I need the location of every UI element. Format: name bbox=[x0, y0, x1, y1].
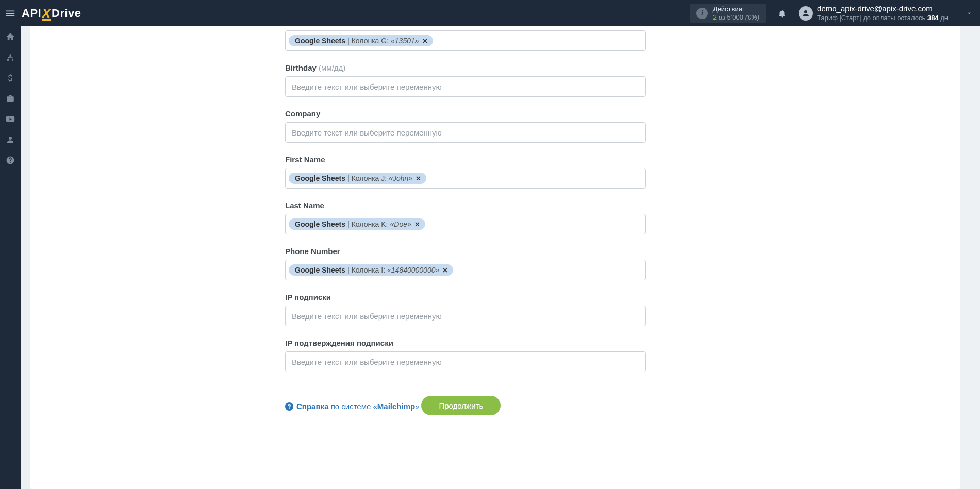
actions-used: 2 bbox=[713, 13, 717, 21]
actions-title: Действия: bbox=[713, 5, 759, 13]
tariff-suffix: дн bbox=[939, 14, 948, 22]
field-label-ip_sub: IP подписки bbox=[285, 293, 646, 301]
form: Google Sheets | Колонка G: «13501»✕Birth… bbox=[285, 26, 646, 431]
logo-x: X bbox=[42, 8, 51, 21]
actions-sep: из bbox=[719, 13, 725, 21]
page-scroll[interactable]: Google Sheets | Колонка G: «13501»✕Birth… bbox=[21, 26, 970, 489]
chip-last_name[interactable]: Google Sheets | Колонка K: «Doe»✕ bbox=[289, 218, 425, 230]
sidebar-billing-icon[interactable] bbox=[0, 68, 21, 88]
field-label-phone: Phone Number bbox=[285, 247, 646, 256]
placeholder-text: Введите текст или выберите переменную bbox=[289, 128, 442, 137]
chip-sep: | bbox=[347, 266, 350, 274]
help-link[interactable]: ? Справка по системе «Mailchimp» bbox=[285, 402, 420, 411]
field-company: CompanyВведите текст или выберите переме… bbox=[285, 109, 646, 143]
chip-column: Колонка K: bbox=[352, 220, 388, 228]
hamburger-icon[interactable] bbox=[0, 0, 21, 26]
chip-column: Колонка G: bbox=[352, 37, 389, 45]
field-ip_sub: IP подпискиВведите текст или выберите пе… bbox=[285, 293, 646, 326]
tariff-days: 384 bbox=[927, 14, 939, 22]
help-label: Справка bbox=[296, 402, 328, 411]
chip-column: Колонка I: bbox=[352, 266, 385, 274]
chip-remove-icon[interactable]: ✕ bbox=[414, 221, 420, 228]
label-hint: (мм/дд) bbox=[319, 63, 345, 72]
bell-icon[interactable] bbox=[775, 6, 789, 21]
chip-sep: | bbox=[347, 220, 350, 228]
input-first_name[interactable]: Google Sheets | Колонка J: «John»✕ bbox=[285, 168, 646, 189]
sidebar-home-icon[interactable] bbox=[0, 26, 21, 47]
placeholder-text: Введите текст или выберите переменную bbox=[289, 82, 442, 91]
help-system: Mailchimp bbox=[377, 402, 415, 411]
field-label-ip_confirm: IP подтверждения подписки bbox=[285, 339, 646, 347]
logo-drive: Drive bbox=[52, 7, 81, 20]
sidebar-separator bbox=[3, 173, 18, 173]
chip-sep: | bbox=[347, 37, 350, 45]
field-ip_confirm: IP подтверждения подпискиВведите текст и… bbox=[285, 339, 646, 372]
label-text: Birthday bbox=[285, 63, 317, 72]
actions-pct: (0%) bbox=[745, 13, 759, 21]
tariff-prefix: Тариф |Старт| до оплаты осталось bbox=[817, 14, 927, 22]
actions-total: 5'000 bbox=[727, 13, 743, 21]
input-birthday[interactable]: Введите текст или выберите переменную bbox=[285, 76, 646, 97]
label-text: Last Name bbox=[285, 201, 324, 210]
continue-button[interactable]: Продолжить bbox=[421, 396, 501, 415]
actions-counter[interactable]: i Действия: 2 из 5'000 (0%) bbox=[690, 4, 766, 23]
sidebar-briefcase-icon[interactable] bbox=[0, 88, 21, 109]
label-text: Company bbox=[285, 109, 320, 118]
chip-source: Google Sheets bbox=[295, 37, 345, 45]
label-text: Phone Number bbox=[285, 247, 340, 256]
chip-value: «14840000000» bbox=[387, 266, 439, 274]
chip-value: «John» bbox=[389, 174, 412, 182]
chip-remove-icon[interactable]: ✕ bbox=[416, 175, 421, 182]
form-card: Google Sheets | Колонка G: «13501»✕Birth… bbox=[30, 26, 960, 489]
sidebar bbox=[0, 26, 21, 489]
sidebar-help-icon[interactable] bbox=[0, 150, 21, 171]
field-label-birthday: Birthday (мм/дд) bbox=[285, 63, 646, 72]
field-phone: Phone NumberGoogle Sheets | Колонка I: «… bbox=[285, 247, 646, 280]
chip-address[interactable]: Google Sheets | Колонка G: «13501»✕ bbox=[289, 35, 433, 46]
chip-source: Google Sheets bbox=[295, 220, 345, 228]
field-last_name: Last NameGoogle Sheets | Колонка K: «Doe… bbox=[285, 201, 646, 234]
field-label-last_name: Last Name bbox=[285, 201, 646, 210]
field-label-first_name: First Name bbox=[285, 155, 646, 164]
chip-remove-icon[interactable]: ✕ bbox=[422, 37, 428, 45]
app-header: API X Drive i Действия: 2 из 5'000 (0%) … bbox=[0, 0, 980, 26]
chevron-down-icon[interactable] bbox=[964, 0, 975, 26]
chip-column: Колонка J: bbox=[352, 174, 387, 182]
input-company[interactable]: Введите текст или выберите переменную bbox=[285, 122, 646, 143]
info-icon: i bbox=[696, 8, 708, 19]
field-first_name: First NameGoogle Sheets | Колонка J: «Jo… bbox=[285, 155, 646, 189]
chip-value: «13501» bbox=[391, 37, 419, 45]
chip-source: Google Sheets bbox=[295, 174, 345, 182]
help-icon: ? bbox=[285, 402, 293, 411]
chip-value: «Doe» bbox=[390, 220, 411, 228]
chip-remove-icon[interactable]: ✕ bbox=[442, 266, 448, 274]
field-birthday: Birthday (мм/дд)Введите текст или выбери… bbox=[285, 63, 646, 97]
sidebar-user-icon[interactable] bbox=[0, 129, 21, 150]
label-text: First Name bbox=[285, 155, 325, 164]
input-address[interactable]: Google Sheets | Колонка G: «13501»✕ bbox=[285, 30, 646, 51]
avatar[interactable] bbox=[799, 6, 813, 21]
user-block[interactable]: demo_apix-drive@apix-drive.com Тариф |Ст… bbox=[817, 4, 948, 22]
help-end: » bbox=[415, 402, 419, 411]
placeholder-text: Введите текст или выберите переменную bbox=[289, 312, 442, 321]
sidebar-connections-icon[interactable] bbox=[0, 47, 21, 68]
placeholder-text: Введите текст или выберите переменную bbox=[289, 358, 442, 366]
sidebar-youtube-icon[interactable] bbox=[0, 109, 21, 129]
label-text: IP подписки bbox=[285, 293, 331, 301]
input-ip_confirm[interactable]: Введите текст или выберите переменную bbox=[285, 351, 646, 372]
input-phone[interactable]: Google Sheets | Колонка I: «14840000000»… bbox=[285, 260, 646, 280]
input-last_name[interactable]: Google Sheets | Колонка K: «Doe»✕ bbox=[285, 214, 646, 234]
field-label-company: Company bbox=[285, 109, 646, 118]
chip-phone[interactable]: Google Sheets | Колонка I: «14840000000»… bbox=[289, 264, 453, 276]
input-ip_sub[interactable]: Введите текст или выберите переменную bbox=[285, 306, 646, 326]
chip-source: Google Sheets bbox=[295, 266, 345, 274]
label-text: IP подтверждения подписки bbox=[285, 339, 393, 347]
user-tariff: Тариф |Старт| до оплаты осталось 384 дн bbox=[817, 14, 948, 22]
logo-api: API bbox=[22, 7, 41, 20]
chip-first_name[interactable]: Google Sheets | Колонка J: «John»✕ bbox=[289, 173, 426, 184]
chip-sep: | bbox=[347, 174, 350, 182]
user-email: demo_apix-drive@apix-drive.com bbox=[817, 4, 948, 14]
logo[interactable]: API X Drive bbox=[22, 7, 81, 20]
help-mid: по системе « bbox=[328, 402, 377, 411]
actions-text: Действия: 2 из 5'000 (0%) bbox=[713, 5, 759, 21]
